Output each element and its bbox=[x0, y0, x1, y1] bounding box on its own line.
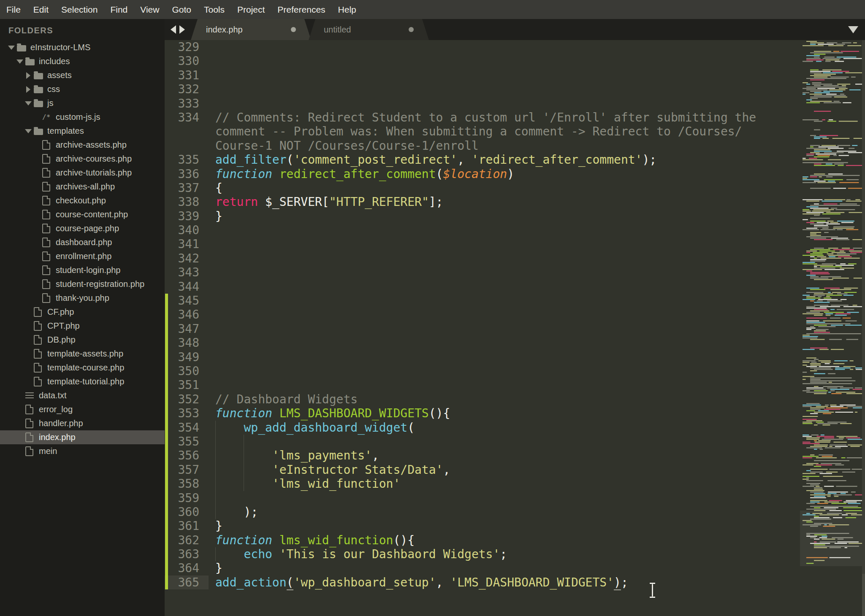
chevron-right-icon[interactable] bbox=[23, 72, 34, 79]
chevron-down-icon[interactable] bbox=[14, 59, 25, 64]
sidebar-item-archive-courses-php[interactable]: archive-courses.php bbox=[0, 152, 165, 166]
code-line-356[interactable]: 356 'lms_payments', bbox=[165, 448, 800, 462]
code-line-347[interactable]: 347 bbox=[165, 322, 800, 336]
code-line-344[interactable]: 344 bbox=[165, 280, 800, 294]
line-number: 346 bbox=[165, 308, 202, 322]
sidebar-item-custom-js-js[interactable]: /*custom-js.js bbox=[0, 110, 165, 124]
sidebar-item-js[interactable]: js bbox=[0, 96, 165, 110]
code-editor[interactable]: 329330331332333334// Comments: Redirect … bbox=[165, 40, 800, 616]
code-line-353[interactable]: 353function LMS_DASHBOARD_WIDGETS(){ bbox=[165, 406, 800, 420]
sidebar-item-handler-php[interactable]: handler.php bbox=[0, 416, 165, 430]
code-line-359[interactable]: 359 bbox=[165, 491, 800, 505]
code-line-358[interactable]: 358 'lms_wid_function' bbox=[165, 477, 800, 491]
menu-item-tools[interactable]: Tools bbox=[198, 5, 231, 15]
code-line-wrap[interactable]: comment -- Problem was: When submitting … bbox=[165, 124, 800, 138]
sidebar-item-checkout-php[interactable]: checkout.php bbox=[0, 194, 165, 208]
code-line-330[interactable]: 330 bbox=[165, 54, 800, 68]
sidebar-item-template-assets-php[interactable]: template-assets.php bbox=[0, 347, 165, 361]
modified-dot-icon[interactable] bbox=[409, 27, 414, 32]
code-line-339[interactable]: 339} bbox=[165, 209, 800, 223]
code-line-350[interactable]: 350 bbox=[165, 364, 800, 378]
code-line-361[interactable]: 361} bbox=[165, 519, 800, 533]
code-line-343[interactable]: 343 bbox=[165, 265, 800, 279]
code-line-335[interactable]: 335add_filter('comment_post_redirect', '… bbox=[165, 153, 800, 167]
code-line-364[interactable]: 364} bbox=[165, 561, 800, 575]
minimap[interactable] bbox=[800, 40, 862, 616]
menu-item-help[interactable]: Help bbox=[332, 5, 363, 15]
file-icon bbox=[34, 321, 47, 331]
code-line-352[interactable]: 352// Dashboard Widgets bbox=[165, 392, 800, 406]
sidebar-item-student-login-php[interactable]: student-login.php bbox=[0, 263, 165, 277]
sidebar-item-enrollment-php[interactable]: enrollment.php bbox=[0, 249, 165, 263]
sidebar-item-includes[interactable]: includes bbox=[0, 54, 165, 68]
sidebar-item-error-log[interactable]: error_log bbox=[0, 403, 165, 416]
sidebar-item-archive-assets-php[interactable]: archive-assets.php bbox=[0, 138, 165, 152]
code-line-357[interactable]: 357 'eInstructor Stats/Data', bbox=[165, 463, 800, 477]
sidebar-item-dashboard-php[interactable]: dashboard.php bbox=[0, 235, 165, 249]
code-line-348[interactable]: 348 bbox=[165, 336, 800, 350]
sidebar-item-cf-php[interactable]: CF.php bbox=[0, 305, 165, 319]
sidebar-item-thank-you-php[interactable]: thank-you.php bbox=[0, 291, 165, 305]
code-line-345[interactable]: 345 bbox=[165, 294, 800, 308]
chevron-down-icon[interactable] bbox=[6, 46, 17, 50]
code-line-336[interactable]: 336function redirect_after_comment($loca… bbox=[165, 167, 800, 181]
tab-untitled[interactable]: untitled bbox=[309, 19, 429, 40]
sidebar-item-template-course-php[interactable]: template-course.php bbox=[0, 361, 165, 375]
sidebar-item-student-registration-php[interactable]: student-registration.php bbox=[0, 277, 165, 291]
code-line-333[interactable]: 333 bbox=[165, 97, 800, 111]
sidebar-item-course-content-php[interactable]: course-content.php bbox=[0, 208, 165, 222]
code-line-342[interactable]: 342 bbox=[165, 251, 800, 265]
code-line-355[interactable]: 355 bbox=[165, 435, 800, 448]
menu-item-project[interactable]: Project bbox=[231, 5, 271, 15]
tab-overflow-icon[interactable] bbox=[848, 26, 858, 33]
menu-item-edit[interactable]: Edit bbox=[27, 5, 55, 15]
chevron-right-icon[interactable] bbox=[23, 86, 34, 93]
sidebar-item-label: data.txt bbox=[39, 391, 67, 400]
code-line-362[interactable]: 362function lms_wid_function(){ bbox=[165, 533, 800, 547]
code-line-wrap[interactable]: Course-1 NOT /Courses/Course-1/enroll bbox=[165, 139, 800, 153]
code-line-337[interactable]: 337{ bbox=[165, 181, 800, 195]
code-line-346[interactable]: 346 bbox=[165, 308, 800, 322]
sidebar-item-mein[interactable]: mein bbox=[0, 444, 165, 458]
code-line-331[interactable]: 331 bbox=[165, 68, 800, 82]
menu-item-file[interactable]: File bbox=[0, 5, 27, 15]
code-line-329[interactable]: 329 bbox=[165, 40, 800, 54]
menu-item-view[interactable]: View bbox=[134, 5, 165, 15]
code-line-332[interactable]: 332 bbox=[165, 82, 800, 96]
code-line-334[interactable]: 334// Comments: Redirect Student to a cu… bbox=[165, 111, 800, 124]
code-line-340[interactable]: 340 bbox=[165, 223, 800, 237]
code-line-349[interactable]: 349 bbox=[165, 350, 800, 364]
sidebar-item-index-php[interactable]: index.php bbox=[0, 430, 165, 444]
menu-item-selection[interactable]: Selection bbox=[55, 5, 104, 15]
sidebar-item-einstructor-lms[interactable]: eInstructor-LMS bbox=[0, 41, 165, 54]
minimap-viewport[interactable] bbox=[800, 511, 862, 566]
sidebar-item-cpt-php[interactable]: CPT.php bbox=[0, 319, 165, 333]
chevron-down-icon[interactable] bbox=[23, 129, 34, 133]
sidebar-item-course-page-php[interactable]: course-page.php bbox=[0, 222, 165, 235]
code-line-354[interactable]: 354 wp_add_dashboard_widget( bbox=[165, 421, 800, 435]
menu-item-find[interactable]: Find bbox=[104, 5, 134, 15]
sidebar-item-templates[interactable]: templates bbox=[0, 124, 165, 138]
code-line-363[interactable]: 363 echo 'This is our Dashbaord Widgets'… bbox=[165, 547, 800, 561]
modified-dot-icon[interactable] bbox=[291, 27, 296, 32]
sidebar-item-archive-tutorials-php[interactable]: archive-tutorials.php bbox=[0, 166, 165, 180]
chevron-down-icon[interactable] bbox=[23, 101, 34, 105]
code-line-338[interactable]: 338return $_SERVER["HTTP_REFERER"]; bbox=[165, 195, 800, 209]
code-line-365[interactable]: 365add_action('wp_dashboard_setup', 'LMS… bbox=[165, 575, 800, 589]
sidebar-item-data-txt[interactable]: data.txt bbox=[0, 389, 165, 403]
sidebar-item-archives-all-php[interactable]: archives-all.php bbox=[0, 180, 165, 194]
sidebar-item-assets[interactable]: assets bbox=[0, 68, 165, 82]
tab-index-php[interactable]: index.php bbox=[191, 19, 311, 40]
code-line-360[interactable]: 360 ); bbox=[165, 505, 800, 519]
scrollbar-thumb[interactable] bbox=[862, 574, 865, 616]
sidebar-item-css[interactable]: css bbox=[0, 82, 165, 96]
sidebar-item-db-php[interactable]: DB.php bbox=[0, 333, 165, 347]
menu-item-goto[interactable]: Goto bbox=[165, 5, 198, 15]
tab-scroll-left-icon[interactable] bbox=[171, 25, 176, 34]
scrollbar-track[interactable] bbox=[862, 40, 865, 616]
code-line-341[interactable]: 341 bbox=[165, 237, 800, 251]
code-line-351[interactable]: 351 bbox=[165, 378, 800, 392]
menu-item-preferences[interactable]: Preferences bbox=[271, 5, 331, 15]
tab-scroll-right-icon[interactable] bbox=[179, 25, 185, 34]
sidebar-item-template-tutorial-php[interactable]: template-tutorial.php bbox=[0, 375, 165, 389]
